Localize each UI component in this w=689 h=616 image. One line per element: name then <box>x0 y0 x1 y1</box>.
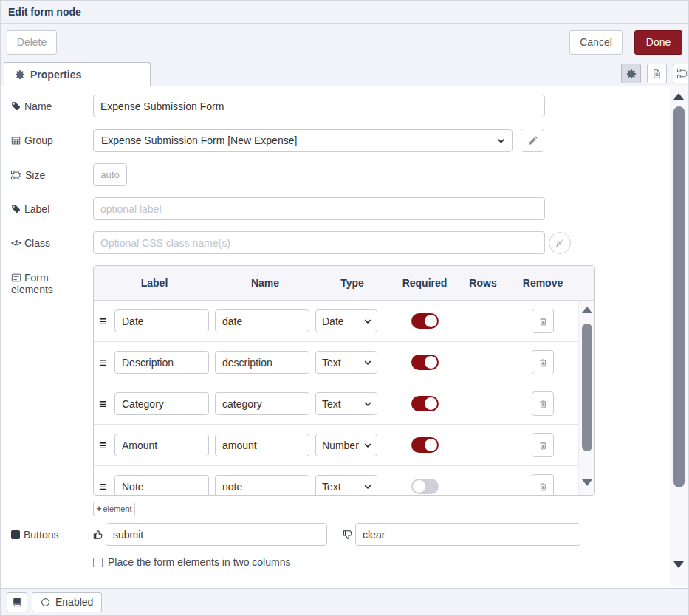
element-label-input[interactable] <box>114 309 209 332</box>
trash-icon <box>538 357 548 368</box>
scroll-down-arrow[interactable] <box>582 479 592 486</box>
element-type-select[interactable]: Text <box>315 475 377 495</box>
required-toggle[interactable] <box>411 479 439 494</box>
group-select-value: Expense Submission Form [New Expense] <box>101 134 496 146</box>
drag-handle[interactable]: ≡ <box>94 397 114 411</box>
element-type-select[interactable]: Date <box>315 309 377 332</box>
done-button[interactable]: Done <box>634 30 682 55</box>
node-enabled-button[interactable]: Enabled <box>32 592 102 612</box>
size-button[interactable]: auto <box>93 163 127 186</box>
thumbs-down-icon <box>343 530 353 540</box>
delete-element-button[interactable] <box>532 433 554 457</box>
edit-group-button[interactable] <box>521 129 544 152</box>
name-input[interactable] <box>93 95 545 117</box>
trash-icon <box>538 440 548 451</box>
required-toggle[interactable] <box>411 396 439 411</box>
submit-button-label-input[interactable] <box>106 523 327 546</box>
form-element-row: ≡ Text <box>94 383 578 425</box>
enabled-label: Enabled <box>55 596 93 608</box>
elements-table-header: LabelNameTypeRequiredRowsRemove <box>94 266 594 301</box>
button-widget-icon <box>11 530 20 539</box>
element-name-input[interactable] <box>215 392 309 415</box>
scrollbar-thumb[interactable] <box>673 106 685 487</box>
dialog-header: Edit form node <box>1 1 688 24</box>
label-input[interactable] <box>93 197 545 220</box>
chevron-down-icon <box>363 400 372 408</box>
dynamic-property-button[interactable]: fx <box>549 232 571 254</box>
element-name-input[interactable] <box>215 351 309 374</box>
chevron-down-icon <box>363 482 372 491</box>
form-element-row: ≡ Text <box>94 342 578 383</box>
pencil-icon <box>528 136 538 146</box>
delete-element-button[interactable] <box>532 309 554 333</box>
size-field-label: Size <box>11 169 93 181</box>
element-type-select[interactable]: Number <box>315 434 377 456</box>
description-view-button[interactable] <box>647 64 667 83</box>
chevron-down-icon <box>363 358 372 367</box>
scroll-up-arrow[interactable] <box>673 93 684 100</box>
fx-disabled-icon: fx <box>555 237 566 248</box>
class-field-label: </> Class <box>11 237 93 249</box>
chevron-down-icon <box>363 317 372 326</box>
required-toggle[interactable] <box>411 437 439 453</box>
document-icon <box>652 69 662 79</box>
chevron-down-icon <box>363 441 372 450</box>
drag-handle[interactable]: ≡ <box>94 356 114 369</box>
gear-icon <box>626 69 637 79</box>
editor-view-switcher <box>621 64 688 83</box>
properties-panel: Name Group Expense Submission Form [New … <box>1 86 688 589</box>
form-elements-label: Form elements <box>11 265 93 295</box>
scroll-up-arrow[interactable] <box>582 307 592 313</box>
delete-button[interactable]: Delete <box>7 30 57 55</box>
drag-handle[interactable]: ≡ <box>94 480 114 493</box>
cancel-button[interactable]: Cancel <box>569 30 623 55</box>
plus-icon: + <box>96 504 101 514</box>
trash-icon <box>538 482 548 492</box>
delete-element-button[interactable] <box>532 350 554 374</box>
clear-button-label-input[interactable] <box>355 523 580 546</box>
name-field-row: Name <box>11 95 671 117</box>
code-icon: </> <box>11 239 21 247</box>
column-header-label: Label <box>94 277 215 289</box>
required-toggle[interactable] <box>411 355 439 370</box>
element-name-input[interactable] <box>215 309 309 332</box>
properties-view-button[interactable] <box>621 64 641 83</box>
element-label-input[interactable] <box>114 434 209 456</box>
tab-bar: Properties <box>1 61 688 86</box>
element-name-input[interactable] <box>215 434 309 456</box>
element-label-input[interactable] <box>114 475 209 495</box>
tab-properties[interactable]: Properties <box>4 62 151 86</box>
scroll-down-arrow[interactable] <box>673 561 684 568</box>
properties-form: Name Group Expense Submission Form [New … <box>1 86 671 568</box>
add-element-button[interactable]: + element <box>93 502 135 516</box>
element-name-input[interactable] <box>215 475 309 495</box>
drag-handle[interactable]: ≡ <box>94 439 114 452</box>
class-input[interactable] <box>93 231 545 254</box>
group-select[interactable]: Expense Submission Form [New Expense] <box>93 129 513 152</box>
form-element-row: ≡ Date <box>94 301 578 342</box>
panel-scrollbar[interactable] <box>670 86 688 586</box>
elements-table-body-viewport: ≡ Date ≡ Text <box>94 301 594 495</box>
column-header-type: Type <box>315 277 389 289</box>
element-label-input[interactable] <box>114 351 209 374</box>
drag-handle[interactable]: ≡ <box>94 315 114 328</box>
element-type-select[interactable]: Text <box>315 392 377 415</box>
appearance-view-button[interactable] <box>673 64 688 83</box>
two-columns-checkbox[interactable] <box>93 558 103 567</box>
form-elements-table: LabelNameTypeRequiredRowsRemove ≡ Date <box>93 265 595 496</box>
name-field-label: Name <box>11 100 93 112</box>
trash-icon <box>538 316 548 326</box>
element-type-select[interactable]: Text <box>315 351 377 374</box>
column-header-required: Required <box>389 277 460 289</box>
required-toggle[interactable] <box>411 313 439 329</box>
size-field-row: Size auto <box>11 163 671 186</box>
scrollbar-thumb[interactable] <box>582 324 592 451</box>
node-help-button[interactable] <box>7 592 27 612</box>
delete-element-button[interactable] <box>532 391 554 416</box>
table-scrollbar[interactable] <box>578 301 594 495</box>
label-field-label: Label <box>11 203 93 215</box>
circle-icon <box>41 598 50 607</box>
element-label-input[interactable] <box>114 392 209 415</box>
object-group-icon <box>11 170 21 180</box>
delete-element-button[interactable] <box>532 474 554 495</box>
